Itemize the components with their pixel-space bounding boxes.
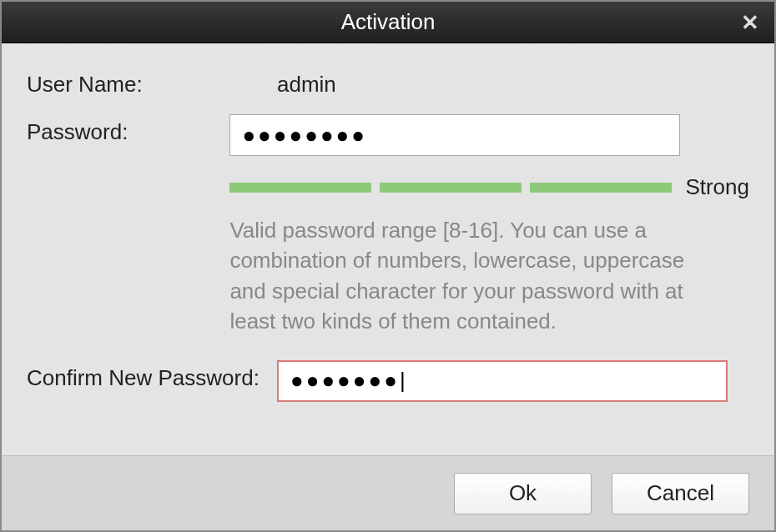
username-label: User Name: [27, 67, 277, 98]
password-input[interactable] [229, 114, 680, 156]
strength-bar-1 [229, 183, 371, 193]
password-strength: Strong [229, 174, 749, 200]
password-row: Password: Strong Valid password range [8… [27, 114, 749, 337]
username-row: User Name: admin [27, 67, 749, 98]
confirm-password-label: Confirm New Password: [27, 360, 277, 391]
strength-bar-3 [530, 183, 672, 193]
titlebar: Activation ✕ [2, 2, 774, 43]
dialog-content: User Name: admin Password: Strong Valid … [2, 43, 774, 455]
username-value: admin [277, 67, 749, 98]
password-label: Password: [27, 114, 229, 145]
strength-bar-2 [380, 183, 522, 193]
confirm-password-input[interactable] [277, 360, 728, 402]
ok-button[interactable]: Ok [454, 473, 592, 514]
dialog-title: Activation [341, 9, 436, 35]
close-icon[interactable]: ✕ [741, 12, 759, 33]
password-hint: Valid password range [8-16]. You can use… [229, 215, 697, 337]
strength-label: Strong [685, 174, 749, 200]
confirm-row: Confirm New Password: [27, 360, 749, 402]
cancel-button[interactable]: Cancel [612, 473, 749, 514]
dialog-footer: Ok Cancel [2, 455, 774, 530]
activation-dialog: Activation ✕ User Name: admin Password: … [0, 0, 776, 532]
